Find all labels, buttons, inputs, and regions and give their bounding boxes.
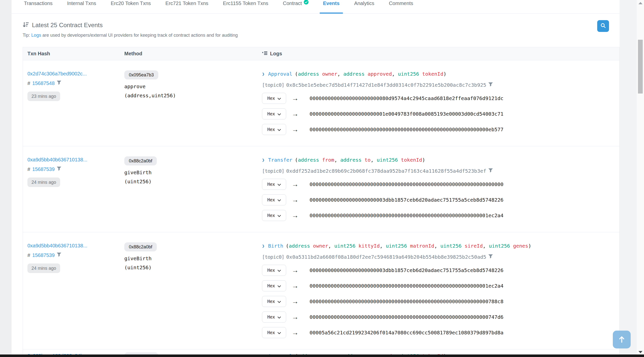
topic0-label: [topic0] <box>262 82 284 88</box>
event-signature: ❯ Approval (address owner, address appro… <box>262 70 619 78</box>
topic0-label: [topic0] <box>262 168 284 174</box>
event-name-link[interactable]: Birth <box>268 242 283 249</box>
topic0-hash: 0x0a5311bd2a6608f08a180df2ee7c5946819a64… <box>286 254 486 260</box>
scrollbar-thumb[interactable] <box>638 40 643 94</box>
tab-label: Erc721 Token Txns <box>165 1 208 6</box>
hex-select-label: Hex <box>267 127 275 132</box>
scroll-to-top-button[interactable] <box>613 331 631 348</box>
contract-events-page: TransactionsInternal TxnsErc20 Token Txn… <box>12 0 620 357</box>
topic0-line: [topic0] 0xddf252ad1be2c89b69c2b068fc378… <box>262 168 619 174</box>
event-row: 0x2d74c306a7bed9002c... # 15687548 23 mi… <box>23 60 619 146</box>
log-data-line: Hex → 0000000000000000000000000000000000… <box>262 124 619 135</box>
chevron-down-icon <box>278 127 281 132</box>
arrow-right-icon: → <box>292 266 298 274</box>
topic0-hash: 0xddf252ad1be2c89b69c2b068fc378daa952ba7… <box>286 168 486 174</box>
txn-cell: 0xa9d5bb40b636710138... # 15687539 24 mi… <box>23 156 124 221</box>
block-hash-mark: # <box>27 166 30 172</box>
filter-icon[interactable] <box>57 252 61 258</box>
logs-link[interactable]: Logs <box>31 33 41 38</box>
filter-icon[interactable] <box>488 254 493 260</box>
chevron-right-icon: ❯ <box>262 156 264 163</box>
hex-format-select[interactable]: Hex <box>262 265 286 276</box>
filter-icon[interactable] <box>57 80 61 86</box>
tab-analytics[interactable]: Analytics <box>354 0 375 14</box>
log-data-line: Hex → 0000000000000000000000003dbb1857ce… <box>262 265 619 276</box>
logs-list-icon <box>262 51 268 57</box>
block-number-link[interactable]: 15687548 <box>32 80 55 86</box>
scrollbar[interactable] <box>637 0 644 357</box>
age-badge: 24 mins ago <box>27 177 60 187</box>
topic0-hash: 0x8c5be1e5ebec7d5bd14f71427d1e84f3dd0314… <box>286 82 486 88</box>
tab-comments[interactable]: Comments <box>388 0 414 14</box>
column-header-logs: Logs <box>262 51 619 57</box>
tab-events[interactable]: Events <box>323 0 340 14</box>
tab-label: Events <box>323 1 340 6</box>
txn-hash-link[interactable]: 0x2d74c306a7bed9002c... <box>27 70 87 77</box>
hex-format-select[interactable]: Hex <box>262 280 286 291</box>
chevron-down-icon <box>278 111 281 116</box>
hex-format-select[interactable]: Hex <box>262 194 286 205</box>
arrow-up-icon <box>618 335 625 344</box>
event-name-link[interactable]: Approval <box>268 70 292 77</box>
event-name-link[interactable]: Transfer <box>268 156 292 163</box>
tab-bar: TransactionsInternal TxnsErc20 Token Txn… <box>12 0 620 14</box>
scrollbar-up-arrow[interactable] <box>638 2 642 4</box>
block-line: # 15687539 <box>27 252 124 258</box>
event-params: (address owner, uint256 kittyId, uint256… <box>286 242 531 249</box>
window-bottom-edge <box>0 354 644 357</box>
txn-cell: 0xa9d5bb40b636710138... # 15687539 24 mi… <box>23 242 124 338</box>
arrow-right-icon: → <box>292 329 298 337</box>
chevron-down-icon <box>278 197 281 202</box>
chevron-down-icon <box>278 268 281 273</box>
tab-contract[interactable]: Contract <box>282 0 309 14</box>
filter-icon[interactable] <box>488 168 493 174</box>
txn-hash-link[interactable]: 0xa9d5bb40b636710138... <box>27 242 87 249</box>
age-badge: 23 mins ago <box>27 92 60 101</box>
tab-erc1155-token-txns[interactable]: Erc1155 Token Txns <box>222 0 269 14</box>
tab-erc721-token-txns[interactable]: Erc721 Token Txns <box>165 0 209 14</box>
log-data-line: Hex → 00000000000000000000000080d9574a4c… <box>262 93 619 104</box>
tab-internal-txns[interactable]: Internal Txns <box>67 0 97 14</box>
chevron-down-icon <box>278 96 281 101</box>
verified-check-icon <box>304 0 309 6</box>
method-cell: 0x88c2a0bf giveBirth (uint256) <box>124 242 262 338</box>
log-data-value: 0000000000000000000000003dbb1857ceb6d20a… <box>310 197 504 203</box>
hex-format-select[interactable]: Hex <box>262 93 286 104</box>
events-table-header: Txn Hash Method Logs <box>23 47 619 60</box>
block-number-link[interactable]: 15687539 <box>32 252 55 258</box>
section-title: Latest 25 Contract Events <box>32 22 103 29</box>
tab-erc20-token-txns[interactable]: Erc20 Token Txns <box>110 0 151 14</box>
block-number-link[interactable]: 15687539 <box>32 166 55 172</box>
hex-format-select[interactable]: Hex <box>262 108 286 119</box>
hex-select-label: Hex <box>267 182 275 187</box>
filter-icon[interactable] <box>488 82 493 88</box>
tab-label: Transactions <box>24 1 53 6</box>
block-hash-mark: # <box>27 252 30 258</box>
chevron-down-icon <box>278 182 281 187</box>
search-button[interactable] <box>597 20 609 32</box>
hex-format-select[interactable]: Hex <box>262 179 286 190</box>
hex-format-select[interactable]: Hex <box>262 124 286 135</box>
log-data-value: 00005a56c21cd2199234206f014a7080cc690cc5… <box>310 330 504 336</box>
hex-format-select[interactable]: Hex <box>262 210 286 221</box>
log-data-lines: Hex → 00000000000000000000000080d9574a4c… <box>262 93 619 135</box>
log-data-value: 0000000000000000000000000000000000000000… <box>310 314 504 320</box>
hex-format-select[interactable]: Hex <box>262 327 286 338</box>
hex-select-label: Hex <box>267 111 275 116</box>
chevron-down-icon <box>278 330 281 335</box>
event-params: (address owner, address approved, uint25… <box>295 70 446 77</box>
hex-format-select[interactable]: Hex <box>262 296 286 307</box>
tip-text: are used by developers/external UI provi… <box>41 33 238 38</box>
hex-select-label: Hex <box>267 299 275 304</box>
scrollbar-down-arrow[interactable] <box>638 351 642 353</box>
tab-transactions[interactable]: Transactions <box>23 0 53 14</box>
txn-hash-link[interactable]: 0xa9d5bb40b636710138... <box>27 156 87 163</box>
topic0-line: [topic0] 0x0a5311bd2a6608f08a180df2ee7c5… <box>262 254 619 260</box>
block-hash-mark: # <box>27 80 30 86</box>
tab-label: Internal Txns <box>67 1 96 6</box>
hex-format-select[interactable]: Hex <box>262 311 286 323</box>
method-name: approve <box>124 83 262 90</box>
filter-icon[interactable] <box>57 166 61 172</box>
sort-amount-down-icon <box>23 22 29 29</box>
hex-select-label: Hex <box>267 330 275 335</box>
